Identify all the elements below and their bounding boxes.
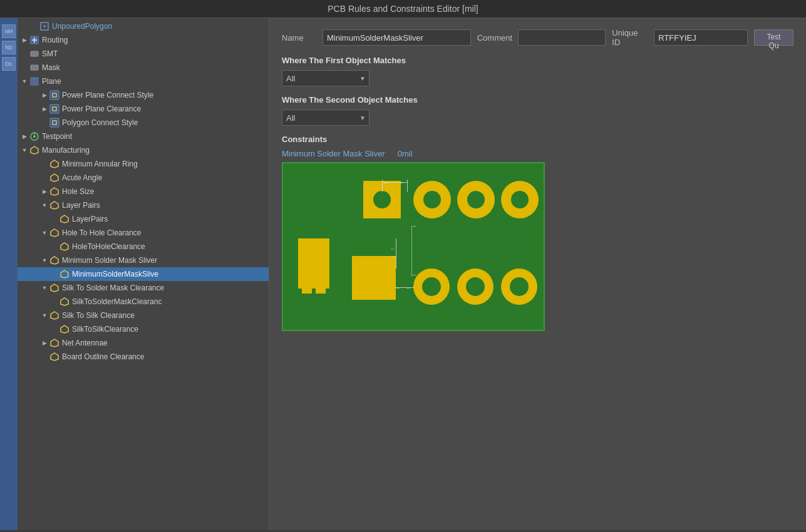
left-panel: nM hD Dc UnpouredPolygon ▶: [0, 18, 269, 530]
main-layout: nM hD Dc UnpouredPolygon ▶: [0, 18, 806, 530]
pcb-pad-small-2: [316, 287, 326, 294]
plane-label: Plane: [42, 77, 61, 86]
tree-item-min-solder-mask-sliver-child[interactable]: MinimumSolderMaskSlive: [18, 267, 269, 281]
expand-smt[interactable]: [20, 49, 29, 58]
expand-mask[interactable]: [20, 63, 29, 72]
sidebar-strip-items: nM hD Dc: [0, 18, 18, 71]
tree-item-polygon-connect-style[interactable]: Polygon Connect Style: [18, 116, 269, 130]
tree-item-power-plane-connect-style[interactable]: ▶ Power Plane Connect Style: [18, 88, 269, 102]
stsc-label: Silk To Silk Clearance: [62, 311, 135, 320]
na-icon: [49, 337, 60, 349]
layer-pairs-label: Layer Pairs: [62, 201, 100, 210]
expand-aa[interactable]: [40, 173, 49, 182]
stsmcc-icon: [59, 296, 70, 307]
expand-stsmcc: [50, 297, 59, 306]
pcb-arrow-up: ↑: [390, 255, 396, 258]
manufacturing-label: Manufacturing: [42, 146, 90, 155]
tree-item-min-solder-mask-sliver[interactable]: ▼ Minimum Solder Mask Sliver: [18, 253, 269, 267]
expand-stsmc[interactable]: ▼: [40, 284, 49, 292]
expand-ppc[interactable]: ▶: [40, 105, 49, 113]
tree-item-power-plane-clearance[interactable]: ▶ Power Plane Clearance: [18, 102, 269, 116]
pcb-arrow-left: ←: [399, 180, 405, 186]
expand-testpoint[interactable]: ▶: [20, 132, 29, 141]
acute-angle-icon: [49, 172, 60, 183]
tree-item-board-outline-clearance[interactable]: Board Outline Clearance: [18, 350, 269, 364]
expand-hthc[interactable]: ▼: [40, 228, 49, 237]
tree-item-testpoint[interactable]: ▶ Testpoint: [18, 130, 269, 143]
expand-hs[interactable]: ▶: [40, 187, 49, 196]
tree-item-mask[interactable]: Mask: [18, 61, 269, 74]
sidebar-strip-item-3[interactable]: Dc: [2, 57, 16, 71]
manufacturing-icon: [29, 145, 40, 156]
tree-item-silk-to-silk-clearance[interactable]: ▼ Silk To Silk Clearance: [18, 309, 269, 322]
hthcc-icon: [59, 241, 70, 252]
tree-item-min-annular-ring[interactable]: Minimum Annular Ring: [18, 157, 269, 171]
pcb-divider-line: [411, 226, 412, 276]
expand-pgcs[interactable]: [40, 118, 49, 127]
pcb-pad-rect-center: [352, 256, 396, 300]
testpoint-label: Testpoint: [42, 132, 72, 141]
mask-label: Mask: [42, 63, 60, 72]
pcb-divider-tick-bottom: [411, 275, 416, 275]
expand-unpouredpolygon[interactable]: [30, 22, 39, 31]
where-second-dropdown[interactable]: All Custom Query Net Net Class Layer: [282, 110, 369, 126]
expand-ppcs[interactable]: ▶: [40, 91, 49, 100]
comment-label: Comment: [477, 33, 512, 43]
test-query-button[interactable]: Test Qu: [754, 29, 793, 46]
expand-routing[interactable]: ▶: [20, 36, 29, 44]
routing-label: Routing: [42, 36, 68, 44]
pcb-arrow-down: ↓: [390, 248, 396, 251]
ppc-icon: [49, 103, 60, 115]
tree-item-unpouredpolygon[interactable]: UnpouredPolygon: [18, 19, 269, 33]
svg-marker-28: [51, 353, 58, 361]
tree-item-net-antennae[interactable]: ▶ Net Antennae: [18, 336, 269, 350]
tree-item-routing[interactable]: ▶ Routing: [18, 33, 269, 47]
svg-marker-16: [51, 188, 58, 195]
expand-na[interactable]: ▶: [40, 339, 49, 347]
unique-id-input[interactable]: [654, 29, 748, 46]
tree-item-layer-pairs[interactable]: ▼ Layer Pairs: [18, 198, 269, 212]
tree-item-silk-to-solder-mask-clearance[interactable]: ▼ Silk To Solder Mask Clearance: [18, 281, 269, 295]
where-first-header: Where The First Object Matches: [282, 56, 793, 65]
tree-item-plane[interactable]: ▼ Plane: [18, 74, 269, 88]
expand-boc: [40, 352, 49, 361]
pcb-hole-1: [373, 191, 391, 208]
tree-item-layer-pairs-child[interactable]: LayerPairs: [18, 212, 269, 226]
expand-stsc[interactable]: ▼: [40, 311, 49, 320]
tree-item-acute-angle[interactable]: Acute Angle: [18, 171, 269, 185]
svg-rect-8: [50, 105, 59, 113]
expand-lp[interactable]: ▼: [40, 201, 49, 210]
stsmc-label: Silk To Solder Mask Clearance: [62, 284, 164, 292]
comment-input[interactable]: [518, 29, 606, 46]
rules-tree: UnpouredPolygon ▶ Routing SMT: [18, 18, 269, 365]
svg-rect-4: [31, 51, 38, 56]
hole-size-label: Hole Size: [62, 187, 94, 196]
name-label: Name: [282, 33, 316, 43]
constraints-section: Constraints Minimum Solder Mask Sliver 0…: [282, 135, 793, 331]
ppcs-label: Power Plane Connect Style: [62, 91, 153, 100]
where-second-header: Where The Second Object Matches: [282, 95, 793, 105]
name-input[interactable]: [323, 29, 471, 46]
svg-marker-20: [61, 243, 68, 250]
tree-item-hole-size[interactable]: ▶ Hole Size: [18, 185, 269, 198]
tree-item-hole-to-hole-clearance[interactable]: ▼ Hole To Hole Clearance: [18, 226, 269, 240]
tree-item-silk-to-solder-mask-clearance-child[interactable]: SilkToSolderMaskClearanc: [18, 295, 269, 309]
smt-label: SMT: [42, 49, 58, 58]
tree-item-manufacturing[interactable]: ▼ Manufacturing: [18, 143, 269, 157]
expand-msms[interactable]: ▼: [40, 256, 49, 265]
expand-mar[interactable]: [40, 160, 49, 168]
testpoint-icon: [29, 131, 40, 142]
mar-label: Minimum Annular Ring: [62, 160, 138, 168]
tree-item-smt[interactable]: SMT: [18, 47, 269, 61]
sidebar-strip-item-1[interactable]: nM: [2, 24, 16, 38]
expand-plane[interactable]: ▼: [20, 77, 29, 86]
tree-item-silk-to-silk-clearance-child[interactable]: SilkToSilkClearance: [18, 322, 269, 336]
sidebar-strip-item-2[interactable]: hD: [2, 41, 16, 54]
tree-item-hole-to-hole-clearance-child[interactable]: HoleToHoleClearance: [18, 240, 269, 253]
svg-marker-14: [51, 160, 58, 168]
where-first-dropdown[interactable]: All Custom Query Net Net Class Layer: [282, 70, 369, 86]
expand-manufacturing[interactable]: ▼: [20, 146, 29, 155]
unique-id-label: Unique ID: [612, 28, 648, 47]
unpouredpolygon-label: UnpouredPolygon: [52, 22, 112, 31]
pcb-arrow-right-2: →: [395, 285, 400, 291]
